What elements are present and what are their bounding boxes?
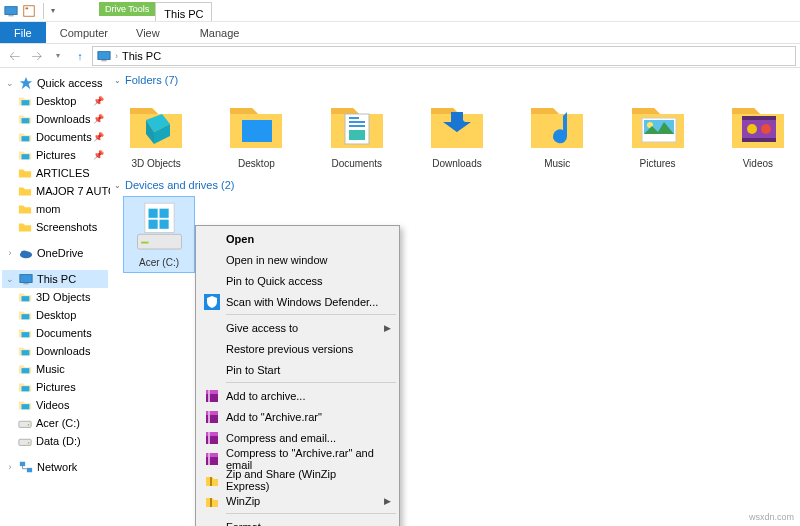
nav-pc-item[interactable]: Pictures xyxy=(2,378,108,396)
file-menu[interactable]: File xyxy=(0,22,46,43)
folders-section-header[interactable]: ⌄ Folders (7) xyxy=(114,72,800,88)
nav-pc-item[interactable]: Documents xyxy=(2,324,108,342)
svg-rect-14 xyxy=(23,283,28,284)
view-tab[interactable]: View xyxy=(122,27,174,39)
back-button[interactable]: 🡠 xyxy=(4,46,24,66)
chevron-down-icon[interactable]: ⌄ xyxy=(5,274,15,284)
nav-qa-item[interactable]: Screenshots xyxy=(2,218,108,236)
nav-item-label: Downloads xyxy=(36,345,90,357)
menu-item-label: Compress and email... xyxy=(226,432,336,444)
network-icon xyxy=(19,460,33,474)
svg-marker-6 xyxy=(20,77,32,89)
menu-item[interactable]: Add to archive... xyxy=(198,385,397,406)
titlebar: ▾ Drive Tools This PC xyxy=(0,0,800,22)
star-icon xyxy=(19,76,33,90)
folder-label: 3D Objects xyxy=(124,158,188,169)
menu-item[interactable]: Format... xyxy=(198,516,397,526)
chevron-right-icon: ▶ xyxy=(384,323,391,333)
svg-rect-2 xyxy=(24,5,35,16)
svg-rect-27 xyxy=(27,468,32,472)
nav-pc-item[interactable]: Videos xyxy=(2,396,108,414)
chevron-down-icon[interactable]: ⌄ xyxy=(5,78,15,88)
this-pc-node[interactable]: ⌄ This PC xyxy=(2,270,108,288)
computer-tab[interactable]: Computer xyxy=(46,27,122,39)
cloud-icon xyxy=(19,246,33,260)
folder-label: Downloads xyxy=(425,158,489,169)
menu-item[interactable]: Compress to "Archive.rar" and email xyxy=(198,448,397,469)
nav-pc-item[interactable]: Acer (C:) xyxy=(2,414,108,432)
chevron-down-icon[interactable]: ⌄ xyxy=(114,76,121,85)
svg-rect-5 xyxy=(101,60,106,61)
drive-tools-tab[interactable]: Drive Tools xyxy=(99,2,155,16)
nav-qa-item[interactable]: Pictures📌 xyxy=(2,146,108,164)
drive-c-label: Acer (C:) xyxy=(128,257,190,268)
menu-item[interactable]: Add to "Archive.rar" xyxy=(198,406,397,427)
onedrive-node[interactable]: › OneDrive xyxy=(2,244,108,262)
qat-dropdown-icon[interactable]: ▾ xyxy=(51,6,55,15)
menu-item[interactable]: Zip and Share (WinZip Express) xyxy=(198,469,397,490)
menu-item[interactable]: WinZip▶ xyxy=(198,490,397,511)
properties-qat-icon[interactable] xyxy=(22,4,36,18)
menu-item[interactable]: Scan with Windows Defender... xyxy=(198,291,397,312)
drives-section-label: Devices and drives (2) xyxy=(125,179,234,191)
folders-grid: 3D ObjectsDesktopDocumentsDownloadsMusic… xyxy=(114,88,800,177)
svg-rect-39 xyxy=(742,138,776,142)
manage-tab[interactable]: Manage xyxy=(186,27,254,39)
menu-separator xyxy=(226,314,396,315)
menu-item[interactable]: Give access to▶ xyxy=(198,317,397,338)
menu-item[interactable]: Pin to Quick access xyxy=(198,270,397,291)
folder-icon xyxy=(327,94,387,154)
nav-qa-item[interactable]: Desktop📌 xyxy=(2,92,108,110)
chevron-right-icon[interactable]: › xyxy=(115,51,118,61)
nav-pc-item[interactable]: Desktop xyxy=(2,306,108,324)
menu-item[interactable]: Restore previous versions xyxy=(198,338,397,359)
nav-pc-item[interactable]: Data (D:) xyxy=(2,432,108,450)
folder-downloads[interactable]: Downloads xyxy=(425,94,489,169)
drive-c[interactable]: Acer (C:) xyxy=(124,197,194,272)
pin-icon: 📌 xyxy=(93,96,104,106)
nav-qa-item[interactable]: mom xyxy=(2,200,108,218)
recent-dropdown[interactable]: ▾ xyxy=(48,46,68,66)
svg-rect-19 xyxy=(22,368,30,373)
chevron-down-icon[interactable]: ⌄ xyxy=(114,181,121,190)
folder-icon xyxy=(126,94,186,154)
folder-videos[interactable]: Videos xyxy=(726,94,790,169)
navigation-pane: ⌄ Quick access Desktop📌Downloads📌Documen… xyxy=(0,68,110,526)
drives-section-header[interactable]: ⌄ Devices and drives (2) xyxy=(114,177,800,193)
nav-qa-item[interactable]: Documents📌 xyxy=(2,128,108,146)
pc-icon xyxy=(4,4,18,18)
svg-rect-24 xyxy=(19,439,31,445)
folder-documents[interactable]: Documents xyxy=(325,94,389,169)
nav-pc-item[interactable]: Music xyxy=(2,360,108,378)
pin-icon: 📌 xyxy=(93,132,104,142)
network-node[interactable]: › Network xyxy=(2,458,108,476)
nav-pc-item[interactable]: 3D Objects xyxy=(2,288,108,306)
nav-qa-item[interactable]: Downloads📌 xyxy=(2,110,108,128)
quick-access-node[interactable]: ⌄ Quick access xyxy=(2,74,108,92)
menu-item[interactable]: Open in new window xyxy=(198,249,397,270)
svg-rect-63 xyxy=(210,498,212,507)
svg-rect-60 xyxy=(206,453,218,457)
folder-music[interactable]: Music xyxy=(525,94,589,169)
context-menu: OpenOpen in new windowPin to Quick acces… xyxy=(195,225,400,526)
menu-item-label: Restore previous versions xyxy=(226,343,353,355)
address-bar: 🡠 🡢 ▾ ↑ › This PC xyxy=(0,44,800,68)
nav-pc-item[interactable]: Downloads xyxy=(2,342,108,360)
svg-rect-3 xyxy=(26,7,29,9)
menu-item[interactable]: Open xyxy=(198,228,397,249)
folder-desktop[interactable]: Desktop xyxy=(224,94,288,169)
nav-qa-item[interactable]: MAJOR 7 AUTOMAT xyxy=(2,182,108,200)
nav-qa-item[interactable]: ARTICLES xyxy=(2,164,108,182)
nav-item-label: Pictures xyxy=(36,149,76,161)
up-button[interactable]: ↑ xyxy=(70,46,90,66)
svg-rect-0 xyxy=(5,6,17,14)
menu-item[interactable]: Pin to Start xyxy=(198,359,397,380)
menu-item[interactable]: Compress and email... xyxy=(198,427,397,448)
main-area: ⌄ Quick access Desktop📌Downloads📌Documen… xyxy=(0,68,800,526)
forward-button: 🡢 xyxy=(26,46,46,66)
breadcrumb-this-pc[interactable]: This PC xyxy=(122,50,161,62)
breadcrumb-bar[interactable]: › This PC xyxy=(92,46,796,66)
pin-icon: 📌 xyxy=(93,114,104,124)
folder-pictures[interactable]: Pictures xyxy=(625,94,689,169)
folder-3d[interactable]: 3D Objects xyxy=(124,94,188,169)
